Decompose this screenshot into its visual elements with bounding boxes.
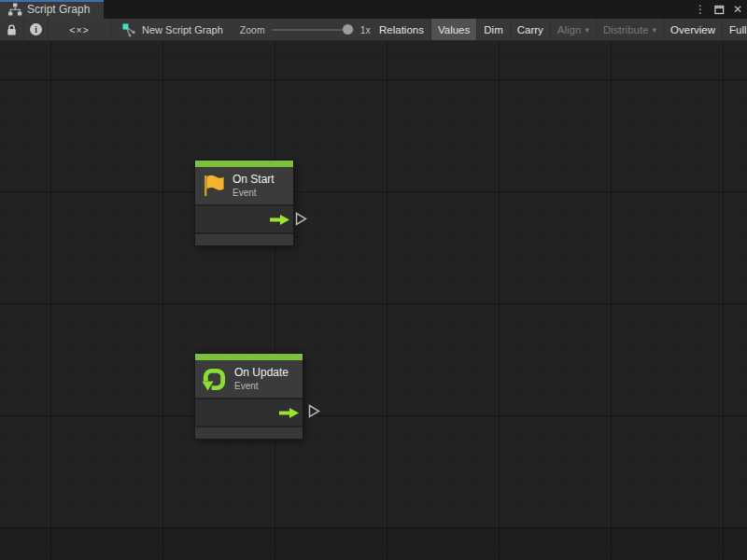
toolbar-button-group: Relations Values Dim Carry Align ▾ Distr… bbox=[373, 19, 747, 40]
zoom-control: Zoom 1x bbox=[234, 19, 376, 40]
caret-down-icon: ▾ bbox=[653, 25, 657, 35]
dim-button[interactable]: Dim bbox=[476, 19, 509, 40]
script-graph-window: Script Graph ⋮ ✕ i <×> bbox=[0, 0, 747, 560]
close-icon[interactable]: ✕ bbox=[733, 4, 742, 15]
output-port-triangle[interactable] bbox=[308, 404, 320, 418]
inspect-button[interactable]: i bbox=[24, 19, 49, 40]
loop-icon bbox=[202, 367, 227, 392]
graph-name-label: New Script Graph bbox=[142, 24, 223, 35]
tab-active-stripe bbox=[0, 0, 104, 2]
relations-button[interactable]: Relations bbox=[373, 19, 430, 40]
info-icon: i bbox=[30, 23, 42, 35]
align-dropdown: Align ▾ bbox=[550, 19, 596, 40]
overview-button[interactable]: Overview bbox=[663, 19, 722, 40]
node-accent-bar bbox=[195, 354, 303, 360]
flag-icon bbox=[202, 174, 225, 198]
caret-down-icon: ▾ bbox=[585, 25, 589, 35]
tab-bar: Script Graph ⋮ ✕ bbox=[0, 0, 747, 19]
node-subtitle: Event bbox=[233, 188, 275, 199]
node-accent-bar bbox=[195, 161, 293, 167]
zoom-value: 1x bbox=[360, 24, 371, 35]
graph-name-area: New Script Graph bbox=[111, 19, 234, 40]
output-port-triangle[interactable] bbox=[295, 212, 307, 226]
grid-dark-band bbox=[0, 527, 747, 560]
node-on-start[interactable]: On Start Event bbox=[195, 161, 293, 245]
node-title: On Start bbox=[233, 173, 275, 188]
lock-button[interactable] bbox=[0, 19, 24, 40]
distribute-dropdown: Distribute ▾ bbox=[596, 19, 663, 40]
carry-button[interactable]: Carry bbox=[510, 19, 550, 40]
flow-arrow-icon[interactable] bbox=[279, 407, 299, 419]
node-title: On Update bbox=[234, 366, 289, 381]
zoom-slider-handle[interactable] bbox=[343, 24, 353, 35]
code-view-button[interactable]: <×> bbox=[49, 19, 111, 40]
node-subtitle: Event bbox=[234, 381, 289, 392]
node-header: On Update Event bbox=[195, 360, 303, 398]
lock-icon bbox=[6, 23, 18, 36]
graph-canvas[interactable]: On Start Event bbox=[0, 41, 747, 560]
node-header: On Start Event bbox=[195, 167, 293, 204]
node-on-update[interactable]: On Update Event bbox=[195, 354, 303, 439]
values-button[interactable]: Values bbox=[430, 19, 476, 40]
node-footer bbox=[195, 427, 303, 439]
full-screen-button[interactable]: Full Screen bbox=[722, 19, 747, 40]
flow-arrow-icon[interactable] bbox=[270, 214, 289, 226]
graph-icon bbox=[121, 22, 136, 37]
hierarchy-icon bbox=[7, 3, 22, 16]
zoom-label: Zoom bbox=[240, 24, 265, 35]
node-footer bbox=[195, 234, 293, 245]
tab-script-graph[interactable]: Script Graph bbox=[0, 0, 104, 19]
node-port-row bbox=[195, 399, 303, 426]
node-port-row bbox=[195, 206, 293, 232]
graph-toolbar: i <×> New Script Graph Zoom 1x Relations bbox=[0, 19, 747, 41]
tab-title: Script Graph bbox=[27, 3, 90, 16]
window-controls: ⋮ ✕ bbox=[695, 0, 742, 19]
maximize-icon[interactable] bbox=[714, 5, 725, 15]
more-options-icon[interactable]: ⋮ bbox=[695, 4, 706, 15]
zoom-slider[interactable] bbox=[272, 29, 354, 31]
code-icon: <×> bbox=[69, 24, 89, 35]
